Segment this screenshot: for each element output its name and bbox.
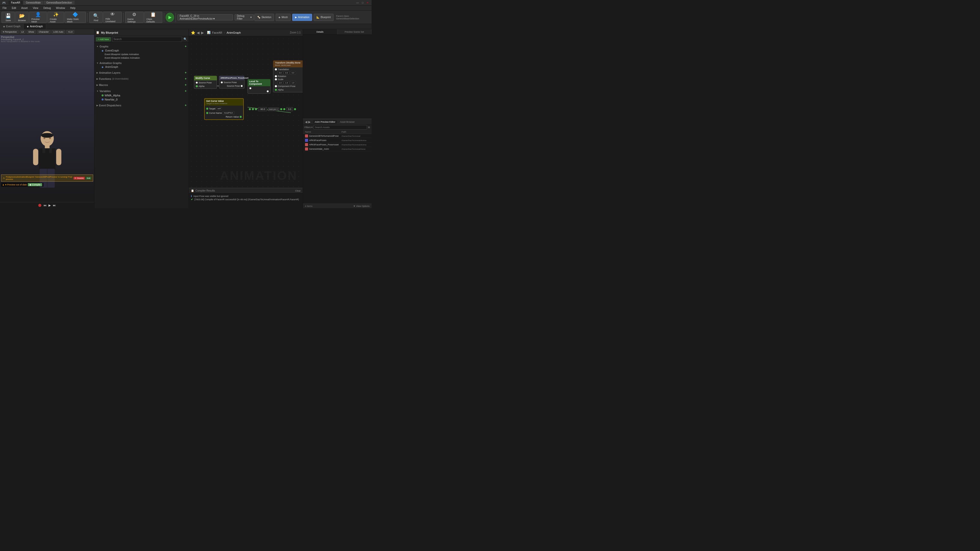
event-graph-tab[interactable]: ◈ Event Graph xyxy=(0,24,24,29)
browse-btn[interactable]: 📂 Browse xyxy=(15,12,29,23)
asset-browser: ◀ ▶ Anim Preview Editor Asset Browser Fi… xyxy=(303,119,372,208)
compile-btn[interactable]: ◉ Compile xyxy=(28,183,42,186)
asset-forward-btn[interactable]: ▶ xyxy=(308,120,310,124)
blueprint-mode-btn[interactable]: 📐 Blueprint xyxy=(313,14,333,21)
arkitface-body: Source Pose Source Pose xyxy=(219,80,245,89)
newvar0-var[interactable]: NewVar_0 xyxy=(97,97,186,102)
add-graph-btn[interactable]: + xyxy=(185,44,186,48)
prev-frame-btn[interactable]: ⏮ xyxy=(43,203,46,207)
next-frame-btn[interactable]: ⏭ xyxy=(53,203,56,207)
play-btn[interactable]: ▶ xyxy=(165,13,174,22)
anim-graph-tab[interactable]: ◈ AnimGraph xyxy=(24,24,46,29)
ltc-pin-in xyxy=(248,87,270,90)
animgraph-item[interactable]: ◈ AnimGraph xyxy=(97,65,186,69)
wma-alpha-var[interactable]: WMA_Alpha xyxy=(97,94,186,97)
menu-edit[interactable]: Edit xyxy=(11,6,17,10)
hide-unrelated-btn[interactable]: 👁 Hide Unrelated xyxy=(103,12,122,23)
blueprint-header: 📋 My Blueprint xyxy=(94,29,189,36)
edit-btn[interactable]: Edit xyxy=(86,177,91,179)
preview-scene-tab[interactable]: Preview Scene Set xyxy=(337,29,372,35)
asset-nav: ◀ ▶ xyxy=(305,120,310,124)
blueprint-panel-icon: 📋 xyxy=(96,31,100,34)
menu-window[interactable]: Window xyxy=(55,6,66,10)
graph-canvas[interactable]: Modify Curve Source Pose Alpha ARKitFa xyxy=(189,36,303,188)
anim-graphs-header[interactable]: ▼ Animation Graphs xyxy=(97,61,186,65)
bp-init-anim-item[interactable]: Event Blueprint Initialize Animation xyxy=(97,56,186,60)
event-dispatchers-header[interactable]: ▶ Event Dispatchers + xyxy=(97,103,186,108)
play-pause-btn[interactable]: ▶ xyxy=(48,203,51,207)
lod-btn[interactable]: LOD Auto xyxy=(52,30,65,34)
asset-browser-tab[interactable]: Asset Browser xyxy=(339,120,356,124)
tab-facear[interactable]: FaceAR xyxy=(8,1,23,5)
asset-item-1[interactable]: ARKitFacePoses /Game/DazToUnreal/Anima xyxy=(303,138,372,143)
breadcrumb-icon: 📊 xyxy=(207,31,210,34)
lit-btn[interactable]: Lit xyxy=(20,30,26,34)
back-btn[interactable]: ◀ xyxy=(197,30,200,35)
get-curve-value-node[interactable]: Get Curve Value Target is Anim Instance … xyxy=(204,98,244,120)
asset-item-3[interactable]: GenesisMale_Anim /Game/DazToUnreal/Gene xyxy=(303,147,372,151)
asset-item-0[interactable]: GenesisSBToHumanoidPose /Game/DazToUnrea… xyxy=(303,134,372,138)
modify-curve-node[interactable]: Modify Curve Source Pose Alpha xyxy=(194,76,217,89)
disable-btn[interactable]: ✕ Disable xyxy=(73,177,85,179)
perspective-btn[interactable]: ▾ Perspective xyxy=(1,30,19,34)
add-function-btn[interactable]: + xyxy=(185,77,186,81)
arkitfaceposes-node[interactable]: ARKitFacePoses_PoseAsset Source Pose Sou… xyxy=(219,76,245,89)
add-dispatcher-btn[interactable]: + xyxy=(185,103,186,107)
asset-item-2[interactable]: ARKitFacePoses_PoseAsset /Game/DazToUnre… xyxy=(303,143,372,147)
view-options-btn[interactable]: ▼ View Options xyxy=(353,205,369,207)
tab-genesisbase[interactable]: GenesisBaseSelection xyxy=(44,1,75,5)
asset-search-input[interactable] xyxy=(313,125,367,130)
zoom-label: Zoom 1:1 xyxy=(290,31,301,34)
bookmark-btn[interactable]: ⭐ xyxy=(191,30,195,35)
show-btn[interactable]: Show xyxy=(27,30,36,34)
transform-bone-neck-lower-node[interactable]: Transform (Modify) Bone Bone: neckLower … xyxy=(273,60,303,92)
add-layer-btn[interactable]: + xyxy=(185,71,186,75)
mesh-mode-btn[interactable]: ◈ Mesh xyxy=(275,14,290,21)
add-variable-btn[interactable]: + xyxy=(185,89,186,93)
tab-genesismale[interactable]: GenesisMale xyxy=(23,1,43,5)
local-to-component-node[interactable]: Local To Component xyxy=(248,79,270,94)
menu-asset[interactable]: Asset xyxy=(20,6,29,10)
event-graph-item[interactable]: ◈ EventGraph xyxy=(97,49,186,52)
animation-mode-btn[interactable]: ▶ Animation xyxy=(292,14,312,21)
menu-debug[interactable]: Debug xyxy=(42,6,52,10)
forward-btn[interactable]: ▶ xyxy=(201,30,204,35)
preview-mesh-btn[interactable]: 👤 Preview Mesh xyxy=(29,12,47,23)
add-pin-btn[interactable]: Add pin + xyxy=(268,108,279,111)
menu-help[interactable]: Help xyxy=(69,6,76,10)
record-btn[interactable] xyxy=(38,204,41,207)
skeleton-mode-btn[interactable]: 🦴 Skeleton xyxy=(255,14,274,21)
preview-actor-dropdown[interactable]: FaceAR_C_29 in AnimationEditorPreviewAct… xyxy=(177,14,233,21)
menu-view[interactable]: View xyxy=(32,6,39,10)
make-static-mesh-btn[interactable]: 🔷 Make Static Mesh xyxy=(65,12,86,23)
asset-filter-btn[interactable]: ⊞ xyxy=(368,126,370,129)
graphs-section: ▼ Graphs + ◈ EventGraph Event Blueprint … xyxy=(94,43,189,60)
anim-layers-header[interactable]: ▶ Animation Layers + xyxy=(97,70,186,75)
clear-btn[interactable]: Clear xyxy=(295,189,301,192)
compiler-row-1: ✔ [7803.06] Compile of FaceAR successful… xyxy=(191,198,301,201)
add-macro-btn[interactable]: + xyxy=(185,83,186,87)
zoom-btn[interactable]: ×1.0 xyxy=(66,30,74,34)
game-settings-btn[interactable]: ⚙ Game Settings xyxy=(125,12,144,23)
viewport-canvas[interactable]: Perspective Previewing FaceAR_C Bone man… xyxy=(0,35,94,202)
add-new-btn[interactable]: + Add New xyxy=(96,37,111,41)
find-btn[interactable]: 🔍 Find xyxy=(89,12,103,23)
functions-header[interactable]: ▶ Functions (3 Overridable) + xyxy=(97,76,186,81)
get-curve-subtitle: Target is Anim Instance xyxy=(206,102,242,105)
compile-save-btn[interactable]: 💾 Save xyxy=(2,12,15,23)
menu-file[interactable]: File xyxy=(2,6,8,10)
bp-update-anim-item[interactable]: Event Blueprint Update Animation xyxy=(97,52,186,56)
class-defaults-btn[interactable]: 📋 Class Defaults xyxy=(144,12,162,23)
create-asset-btn[interactable]: ✨ Create Asset xyxy=(48,12,64,23)
macros-header[interactable]: ▶ Macros + xyxy=(97,83,186,87)
graphs-header[interactable]: ▼ Graphs + xyxy=(97,44,186,49)
blueprint-search-input[interactable] xyxy=(112,37,182,42)
details-tab[interactable]: Details xyxy=(303,29,337,35)
debug-filter-dropdown[interactable]: Debug Filter ▾ xyxy=(234,14,254,21)
asset-search-bar: Filters ▾ ⊞ xyxy=(303,125,372,130)
tmb-neck-lower-header: Transform (Modify) Bone Bone: neckLower xyxy=(273,60,303,67)
anim-preview-tab[interactable]: Anim Preview Editor xyxy=(313,120,337,124)
asset-back-btn[interactable]: ◀ xyxy=(305,120,307,124)
variables-header[interactable]: ▼ Variables + xyxy=(97,89,186,94)
character-btn[interactable]: Character xyxy=(37,30,51,34)
